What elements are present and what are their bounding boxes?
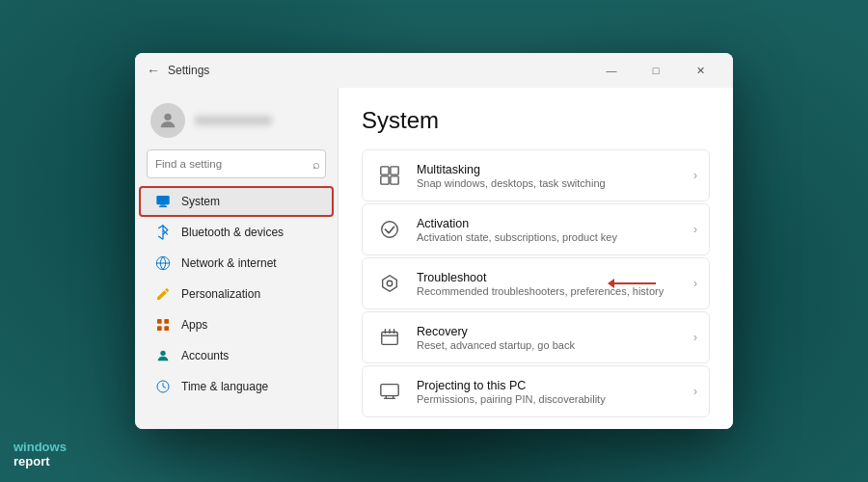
sidebar-item-system[interactable]: System — [139, 186, 334, 217]
troubleshoot-chevron: › — [693, 277, 697, 290]
sidebar-bluetooth-label: Bluetooth & devices — [181, 226, 284, 239]
troubleshoot-icon — [374, 268, 405, 299]
brand-windows: windows — [14, 441, 67, 454]
recovery-icon — [374, 322, 405, 353]
settings-window: ← Settings — □ ✕ — [135, 53, 733, 429]
settings-list: Multitasking Snap windows, desktops, tas… — [362, 149, 710, 417]
projecting-desc: Permissions, pairing PIN, discoverabilit… — [417, 393, 686, 405]
activation-desc: Activation state, subscriptions, product… — [417, 231, 686, 243]
settings-item-troubleshoot[interactable]: Troubleshoot Recommended troubleshooters… — [362, 257, 710, 309]
svg-rect-13 — [391, 176, 398, 184]
sidebar-item-network[interactable]: Network & internet — [139, 248, 334, 279]
svg-rect-1 — [156, 196, 169, 204]
annotation-arrow — [608, 279, 656, 288]
svg-rect-4 — [157, 319, 162, 324]
sidebar-item-personalization[interactable]: Personalization — [139, 279, 334, 309]
system-icon — [154, 193, 172, 210]
sidebar-apps-label: Apps — [181, 318, 207, 332]
svg-rect-10 — [381, 167, 389, 174]
username-blurred — [195, 116, 272, 125]
content-area: ⌕ System — [135, 88, 733, 429]
recovery-text: Recovery Reset, advanced startup, go bac… — [417, 325, 686, 351]
svg-rect-17 — [381, 385, 398, 396]
settings-item-recovery[interactable]: Recovery Reset, advanced startup, go bac… — [362, 311, 710, 363]
svg-point-14 — [382, 222, 398, 238]
projecting-icon — [374, 376, 405, 407]
sidebar: ⌕ System — [135, 88, 338, 429]
search-box: ⌕ — [147, 149, 326, 178]
user-section — [135, 95, 338, 149]
sidebar-network-label: Network & internet — [181, 256, 277, 270]
accounts-icon — [154, 347, 172, 364]
svg-rect-5 — [164, 319, 169, 324]
svg-point-8 — [160, 351, 165, 356]
recovery-label: Recovery — [417, 325, 686, 338]
window-title: Settings — [168, 64, 590, 77]
apps-icon — [154, 316, 172, 334]
svg-rect-12 — [381, 176, 389, 184]
sidebar-accounts-label: Accounts — [181, 349, 229, 362]
sidebar-item-accounts[interactable]: Accounts — [139, 340, 334, 371]
recovery-chevron: › — [693, 331, 697, 344]
time-icon — [154, 378, 172, 395]
close-button[interactable]: ✕ — [679, 56, 721, 85]
projecting-chevron: › — [693, 385, 697, 398]
settings-item-multitasking[interactable]: Multitasking Snap windows, desktops, tas… — [362, 149, 710, 201]
avatar — [150, 103, 185, 138]
network-icon — [154, 254, 172, 272]
multitasking-chevron: › — [693, 169, 697, 182]
title-bar: ← Settings — □ ✕ — [135, 53, 733, 88]
sidebar-time-label: Time & language — [181, 380, 268, 393]
projecting-text: Projecting to this PC Permissions, pairi… — [417, 379, 686, 405]
back-button[interactable]: ← — [147, 63, 160, 78]
activation-chevron: › — [693, 223, 697, 236]
multitasking-label: Multitasking — [417, 163, 686, 176]
multitasking-icon — [374, 160, 405, 191]
settings-item-projecting[interactable]: Projecting to this PC Permissions, pairi… — [362, 365, 710, 417]
svg-rect-7 — [164, 326, 169, 331]
search-icon: ⌕ — [312, 157, 320, 172]
recovery-desc: Reset, advanced startup, go back — [417, 339, 686, 351]
svg-point-0 — [164, 114, 171, 120]
svg-rect-16 — [382, 333, 398, 345]
projecting-label: Projecting to this PC — [417, 379, 686, 392]
activation-label: Activation — [417, 217, 686, 230]
sidebar-item-bluetooth[interactable]: Bluetooth & devices — [139, 217, 334, 248]
sidebar-item-apps[interactable]: Apps — [139, 309, 334, 340]
activation-text: Activation Activation state, subscriptio… — [417, 217, 686, 243]
sidebar-item-time[interactable]: Time & language — [139, 371, 334, 402]
page-title: System — [362, 107, 710, 134]
brand-report: report — [14, 455, 67, 469]
minimize-button[interactable]: — — [590, 56, 633, 85]
personalization-icon — [154, 285, 172, 303]
search-input[interactable] — [147, 149, 326, 178]
svg-rect-2 — [160, 204, 165, 205]
settings-item-activation[interactable]: Activation Activation state, subscriptio… — [362, 203, 710, 255]
multitasking-desc: Snap windows, desktops, task switching — [417, 177, 686, 189]
multitasking-text: Multitasking Snap windows, desktops, tas… — [417, 163, 686, 189]
svg-rect-6 — [157, 326, 162, 331]
svg-point-15 — [387, 281, 393, 286]
activation-icon — [374, 214, 405, 245]
window-controls: — □ ✕ — [590, 56, 721, 85]
maximize-button[interactable]: □ — [635, 56, 677, 85]
branding: windows report — [14, 441, 67, 469]
svg-rect-11 — [391, 167, 398, 174]
sidebar-personalization-label: Personalization — [181, 287, 260, 301]
svg-rect-3 — [159, 206, 167, 207]
sidebar-system-label: System — [181, 195, 220, 208]
main-panel: System Multitasking Snap windo — [338, 88, 733, 429]
bluetooth-icon — [154, 224, 172, 241]
